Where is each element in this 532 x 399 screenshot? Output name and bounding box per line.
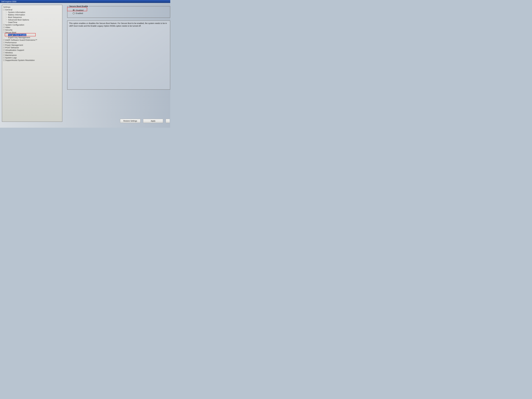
tree-item-battery-information[interactable]: Battery Information [3, 13, 61, 16]
settings-heading: Settings [3, 6, 61, 8]
exit-button-partial[interactable] [166, 119, 170, 123]
expand-icon[interactable]: + [3, 27, 5, 28]
restore-settings-button[interactable]: Restore Settings [120, 119, 141, 123]
radio-enabled[interactable]: Enabled [73, 12, 167, 14]
option-description-text: This option enables or disables the Secu… [69, 22, 167, 27]
expand-icon[interactable]: + [3, 59, 5, 61]
collapse-icon[interactable]: - [3, 9, 5, 10]
bios-setup-frame: Settings - General System Information Ba… [0, 3, 170, 128]
settings-detail-panel: Secure Boot Enable Disabled Enabled This… [63, 3, 170, 127]
expand-icon[interactable]: + [3, 42, 5, 43]
tree-item-date-time[interactable]: Date/Time [3, 21, 61, 24]
tree-item-power-management[interactable]: +Power Management [3, 44, 61, 46]
option-description-box: This option enables or disables the Secu… [67, 20, 170, 90]
radio-label: Disabled [76, 9, 83, 11]
tree-item-general[interactable]: - General [3, 8, 61, 11]
tree-item-secure-boot-enable[interactable]: Secure Boot Enable [3, 34, 61, 36]
tree-item-wireless[interactable]: +Wireless [3, 51, 61, 54]
apply-button[interactable]: Apply [143, 119, 163, 123]
expand-icon[interactable]: + [3, 39, 5, 41]
tree-item-video[interactable]: +Video [3, 26, 61, 29]
tree-item-security[interactable]: +Security [3, 29, 61, 31]
collapse-icon[interactable]: - [3, 32, 5, 33]
tree-item-sgx[interactable]: +Intel® Software Guard Extensions™ [3, 39, 61, 41]
expand-icon[interactable]: + [3, 24, 5, 25]
radio-disabled[interactable]: Disabled [73, 9, 167, 11]
tree-item-maintenance[interactable]: +Maintenance [3, 54, 61, 56]
expand-icon[interactable]: + [3, 29, 5, 31]
radio-icon [73, 9, 75, 11]
tree-item-expert-key-management[interactable]: Expert Key Management [3, 36, 61, 39]
tree-item-boot-sequence[interactable]: Boot Sequence [3, 16, 61, 19]
expand-icon[interactable]: + [3, 49, 5, 51]
tree-item-virtualization-support[interactable]: +Virtualization Support [3, 49, 61, 51]
tree-item-system-logs[interactable]: +System Logs [3, 56, 61, 59]
secure-boot-enable-fieldset: Secure Boot Enable Disabled Enabled [67, 6, 170, 18]
tree-label: General [5, 8, 12, 11]
tree-item-system-information[interactable]: System Information [3, 11, 61, 13]
settings-tree-panel: Settings - General System Information Ba… [2, 5, 62, 122]
expand-icon[interactable]: + [3, 44, 5, 46]
fieldset-legend: Secure Boot Enable [69, 5, 89, 7]
tree-item-supportassist[interactable]: +SupportAssist System Resolution [3, 59, 61, 61]
action-button-row: Restore Settings Apply [120, 119, 170, 123]
window-title: Dell Inspiron 5559 [1, 0, 16, 3]
expand-icon[interactable]: + [3, 52, 5, 53]
tree-item-advanced-boot-options[interactable]: Advanced Boot Options [3, 19, 61, 21]
expand-icon[interactable]: + [3, 47, 5, 48]
tree-item-post-behavior[interactable]: +POST Behavior [3, 46, 61, 49]
expand-icon[interactable]: + [3, 57, 5, 58]
tree-item-secure-boot[interactable]: -Secure Boot [3, 31, 61, 34]
tree-item-performance[interactable]: +Performance [3, 41, 61, 44]
expand-icon[interactable]: + [3, 54, 5, 56]
tree-item-system-configuration[interactable]: +System Configuration [3, 24, 61, 26]
radio-icon [73, 12, 75, 14]
radio-label: Enabled [76, 12, 83, 14]
window-titlebar: Dell Inspiron 5559 [0, 0, 170, 3]
